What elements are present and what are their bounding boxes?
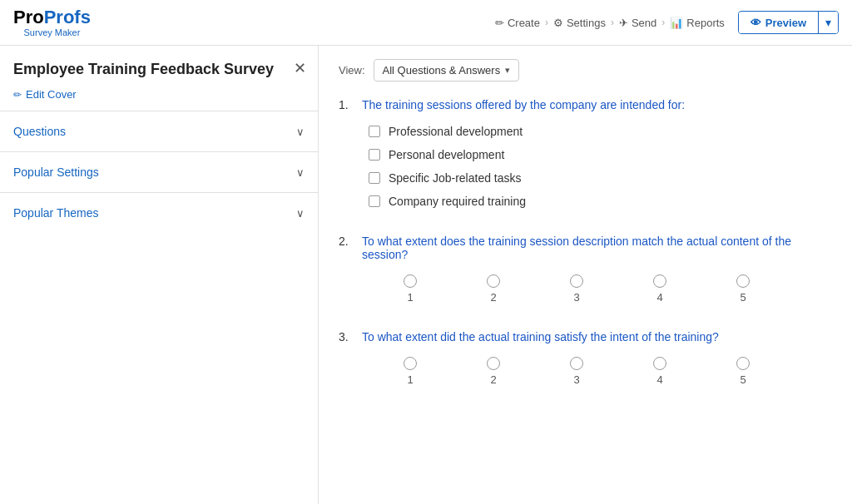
questions-section-toggle[interactable]: Questions ∨ xyxy=(0,111,318,151)
radio-scale-3-item-3: 3 xyxy=(535,357,618,386)
radio-scale-2-item-5: 5 xyxy=(701,274,785,304)
question-3-row: 3. To what extent did the actual trainin… xyxy=(339,330,832,343)
question-3-scale: 1 2 3 4 5 xyxy=(339,357,832,386)
radio-scale-2-item-2: 2 xyxy=(452,274,535,304)
nav-send-label: Send xyxy=(632,17,656,29)
radio-scale-3-item-2: 2 xyxy=(452,357,535,386)
nav-sep-1: › xyxy=(545,17,548,28)
checkbox-option-3-label: Specific Job-related tasks xyxy=(389,171,522,185)
radio-scale-3-item-5: 5 xyxy=(701,357,785,386)
nav-create[interactable]: ✏ Create xyxy=(495,17,540,29)
preview-button-group: 👁 Preview ▾ xyxy=(738,11,839,34)
view-bar: View: All Questions & Answers ▾ xyxy=(339,59,832,82)
question-2-block: 2. To what extent does the training sess… xyxy=(339,235,832,304)
sidebar: Employee Training Feedback Survey ✕ ✏ Ed… xyxy=(0,46,319,504)
radio-3-1[interactable] xyxy=(404,357,417,370)
close-button[interactable]: ✕ xyxy=(294,59,306,77)
radio-scale-3-item-1: 1 xyxy=(369,357,452,386)
checkbox-4[interactable] xyxy=(369,195,380,207)
radio-2-3[interactable] xyxy=(570,274,583,288)
popular-settings-chevron-icon: ∨ xyxy=(296,166,305,179)
nav-settings[interactable]: ⚙ Settings xyxy=(553,17,606,29)
view-select[interactable]: All Questions & Answers ▾ xyxy=(374,59,520,82)
edit-cover-button[interactable]: ✏ Edit Cover xyxy=(0,85,318,111)
question-2-text: To what extent does the training session… xyxy=(362,235,832,261)
nav-right: ✏ Create › ⚙ Settings › ✈ Send › 📊 Repor… xyxy=(495,11,839,34)
radio-2-2-label: 2 xyxy=(490,291,496,304)
preview-label: Preview xyxy=(765,17,806,29)
send-icon: ✈ xyxy=(619,17,628,29)
sidebar-section-popular-themes: Popular Themes ∨ xyxy=(0,192,318,233)
eye-icon: 👁 xyxy=(750,17,761,29)
radio-2-1-label: 1 xyxy=(407,291,413,304)
radio-scale-2-item-4: 4 xyxy=(618,274,701,304)
question-1-row: 1. The training sessions offered by the … xyxy=(339,98,832,111)
question-2-row: 2. To what extent does the training sess… xyxy=(339,235,832,261)
question-1-block: 1. The training sessions offered by the … xyxy=(339,98,832,208)
survey-title: Employee Training Feedback Survey xyxy=(13,61,305,78)
view-label: View: xyxy=(339,64,365,77)
checkbox-option-1: Professional development xyxy=(369,125,832,138)
radio-2-5-label: 5 xyxy=(740,291,746,304)
nav-reports[interactable]: 📊 Reports xyxy=(670,17,725,29)
logo-text: ProProfs xyxy=(13,7,91,27)
header: ProProfs Survey Maker ✏ Create › ⚙ Setti… xyxy=(0,0,852,46)
radio-2-1[interactable] xyxy=(404,274,417,288)
settings-icon: ⚙ xyxy=(553,17,563,29)
main-layout: Employee Training Feedback Survey ✕ ✏ Ed… xyxy=(0,46,852,504)
question-1-text: The training sessions offered by the com… xyxy=(362,98,685,111)
nav-reports-label: Reports xyxy=(686,17,725,29)
radio-2-3-label: 3 xyxy=(573,291,579,304)
preview-button[interactable]: 👁 Preview xyxy=(739,12,818,33)
question-3-number: 3. xyxy=(339,330,355,343)
question-3-text: To what extent did the actual training s… xyxy=(362,330,719,343)
questions-section-label: Questions xyxy=(13,125,66,138)
popular-themes-chevron-icon: ∨ xyxy=(296,207,305,220)
checkbox-3[interactable] xyxy=(369,172,380,184)
edit-cover-label: Edit Cover xyxy=(26,88,77,101)
view-select-arrow-icon: ▾ xyxy=(505,65,510,76)
popular-themes-section-toggle[interactable]: Popular Themes ∨ xyxy=(0,193,318,233)
sidebar-header: Employee Training Feedback Survey ✕ xyxy=(0,46,318,85)
radio-2-5[interactable] xyxy=(736,274,750,288)
checkbox-option-2: Personal development xyxy=(369,148,832,161)
popular-settings-section-toggle[interactable]: Popular Settings ∨ xyxy=(0,152,318,192)
radio-3-1-label: 1 xyxy=(407,373,413,386)
question-3-block: 3. To what extent did the actual trainin… xyxy=(339,330,832,386)
nav-create-label: Create xyxy=(508,17,540,29)
sidebar-section-questions: Questions ∨ xyxy=(0,111,318,151)
popular-settings-section-label: Popular Settings xyxy=(13,166,99,179)
radio-3-2[interactable] xyxy=(487,357,500,370)
checkbox-option-3: Specific Job-related tasks xyxy=(369,171,832,185)
radio-3-4-label: 4 xyxy=(656,373,662,386)
checkbox-option-2-label: Personal development xyxy=(389,148,504,161)
nav-settings-label: Settings xyxy=(567,17,606,29)
checkbox-2[interactable] xyxy=(369,149,380,161)
radio-3-5[interactable] xyxy=(736,357,750,370)
radio-2-2[interactable] xyxy=(487,274,500,288)
radio-3-4[interactable] xyxy=(653,357,666,370)
logo-subtitle: Survey Maker xyxy=(13,27,91,37)
question-2-scale: 1 2 3 4 5 xyxy=(339,274,832,304)
nav-send[interactable]: ✈ Send xyxy=(619,17,656,29)
radio-scale-2-item-3: 3 xyxy=(535,274,618,304)
edit-cover-icon: ✏ xyxy=(13,89,22,101)
reports-icon: 📊 xyxy=(670,17,683,29)
chevron-down-icon: ▾ xyxy=(825,16,831,29)
preview-dropdown-button[interactable]: ▾ xyxy=(818,12,838,33)
logo-pro-part: Pro xyxy=(13,7,44,27)
radio-scale-3-item-4: 4 xyxy=(618,357,701,386)
checkbox-option-1-label: Professional development xyxy=(389,125,523,138)
questions-chevron-icon: ∨ xyxy=(296,126,305,138)
radio-3-3[interactable] xyxy=(570,357,583,370)
question-1-options: Professional development Personal develo… xyxy=(339,125,832,208)
checkbox-1[interactable] xyxy=(369,126,380,137)
radio-3-5-label: 5 xyxy=(740,373,746,386)
radio-3-3-label: 3 xyxy=(573,373,579,386)
radio-2-4[interactable] xyxy=(653,274,666,288)
nav-sep-2: › xyxy=(611,17,614,28)
pencil-icon: ✏ xyxy=(495,17,504,29)
question-1-number: 1. xyxy=(339,98,355,111)
popular-themes-section-label: Popular Themes xyxy=(13,206,98,220)
content-area: View: All Questions & Answers ▾ 1. The t… xyxy=(319,46,852,504)
